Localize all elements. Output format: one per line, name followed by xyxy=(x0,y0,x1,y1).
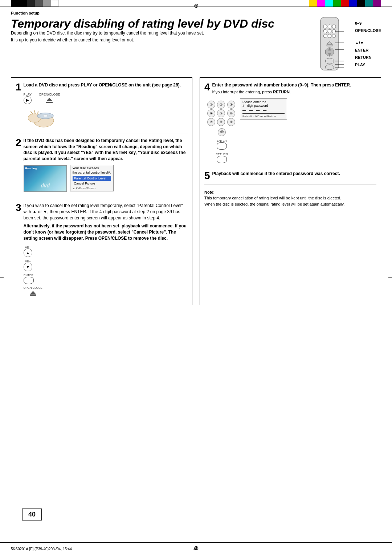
openclose-label: OPEN/CLOSE xyxy=(39,93,60,96)
note-section: Note: This temporary cancellation of rat… xyxy=(204,189,376,207)
tv-screen: Reading dvd xyxy=(24,165,67,192)
openclose-button-icon: OPEN/CLOSE xyxy=(39,93,60,104)
right-column: 4 Enter the password with number buttons… xyxy=(200,77,381,305)
step2-content: If the DVD disc has been designed to tem… xyxy=(24,138,188,195)
openclose-eject-icon xyxy=(45,96,53,104)
num-buttons-grid: ① ② ③ ④ ⑤ ⑥ ⑦ ⑧ ⑨ xyxy=(207,101,236,126)
color-block-black2 xyxy=(19,0,27,7)
num-btn-2: ② xyxy=(217,101,225,109)
color-block-yellow xyxy=(309,0,317,7)
ch-up-button: CH+ ▲ xyxy=(24,245,32,257)
remote-label-openclose: OPEN/CLOSE xyxy=(355,28,381,33)
remote-label-return: RETURN xyxy=(355,55,381,60)
menu-item2: Cancel Picture xyxy=(73,181,111,186)
step3: 3 If you wish to cancel the set rating l… xyxy=(16,203,188,297)
step5-number: 5 xyxy=(204,171,210,181)
color-block-lgray xyxy=(43,0,51,7)
title-section: Temporary disabling of rating level by D… xyxy=(11,17,381,73)
step1-content: Load a DVD disc and press PLAY or OPEN/C… xyxy=(24,82,181,130)
menu-item1: Parental Control Level xyxy=(73,176,111,181)
step3-text1: If you wish to cancel the set rating lev… xyxy=(24,203,188,221)
svg-point-29 xyxy=(43,115,48,117)
note-label: Note: xyxy=(204,190,215,194)
color-block-red xyxy=(341,0,349,7)
num-btn-4: ④ xyxy=(207,109,215,117)
color-block-purple xyxy=(373,0,381,7)
step4-return-oval xyxy=(217,156,227,163)
color-block-teal xyxy=(365,0,373,7)
svg-point-2 xyxy=(328,25,331,28)
step2-divider xyxy=(16,199,188,199)
step1-number: 1 xyxy=(16,82,21,92)
remote-label-play: PLAY xyxy=(355,62,381,67)
svg-point-9 xyxy=(332,34,336,38)
color-block-white xyxy=(51,0,59,7)
remote-labels: 0–9 OPEN/CLOSE ▲/▼ ENTER RETURN PLAY xyxy=(355,21,381,67)
remote-svg xyxy=(315,17,344,72)
footer-center: 40 xyxy=(193,546,198,551)
enter-oval-step3 xyxy=(24,277,34,284)
footer-right: 20/4/04, 15:44 xyxy=(49,547,72,551)
step4: 4 Enter the password with number buttons… xyxy=(204,82,376,163)
screen-menu-box: Your disc exceeds the parental control l… xyxy=(70,165,114,191)
step4-row: 4 Enter the password with number buttons… xyxy=(204,82,376,96)
step1-divider xyxy=(16,134,188,134)
color-block-green xyxy=(333,0,341,7)
color-block-blue xyxy=(349,0,357,7)
title-text: Temporary disabling of rating level by D… xyxy=(11,17,274,30)
tv-screen-label: Reading xyxy=(25,167,37,170)
step2-screen-image: Reading dvd Your disc exceeds the parent… xyxy=(24,165,188,192)
svg-line-25 xyxy=(31,112,33,114)
svg-rect-11 xyxy=(327,45,332,46)
top-line xyxy=(0,7,392,7)
remote-label-09: 0–9 xyxy=(355,21,381,25)
note-line2: When the disc is ejected, the original r… xyxy=(204,201,376,207)
color-block-gray xyxy=(35,0,43,7)
step3-content: If you wish to cancel the set rating lev… xyxy=(24,203,188,297)
num-btn-1: ① xyxy=(207,101,215,109)
ch-up-label: CH+ xyxy=(25,245,30,248)
svg-point-1 xyxy=(323,25,327,28)
step4-return-btn-label: RETURN xyxy=(216,153,228,156)
tv-screen-dvd: dvd xyxy=(41,183,50,189)
svg-point-3 xyxy=(332,25,336,28)
svg-point-4 xyxy=(323,29,327,33)
step2: 2 If the DVD disc has been designed to t… xyxy=(16,138,188,195)
page-number-box: 40 xyxy=(22,509,42,520)
note-line1: This temporary cancellation of rating le… xyxy=(204,195,376,201)
subtitle-line2: It is up to you to decide whether to can… xyxy=(11,37,315,43)
menu-subtitle: the parental control level#. xyxy=(73,171,111,174)
openclose-eject-step3 xyxy=(29,289,37,297)
step4-num-buttons: ① ② ③ ④ ⑤ ⑥ ⑦ ⑧ ⑨ ⓪ xyxy=(207,98,236,163)
password-line2: 4 - digit password xyxy=(242,104,285,108)
remote-label-updown: ▲/▼ xyxy=(355,41,381,45)
svg-point-8 xyxy=(328,34,331,38)
color-block-black3 xyxy=(357,0,365,7)
svg-line-26 xyxy=(34,111,35,114)
play-circle: ▶ xyxy=(24,96,32,104)
ch-up-circle: ▲ xyxy=(24,248,32,257)
main-steps-container: 1 Load a DVD disc and press PLAY or OPEN… xyxy=(11,77,381,305)
margin-mark-right xyxy=(388,278,392,278)
color-block-cyan xyxy=(325,0,333,7)
num-btn-6: ⑥ xyxy=(227,109,235,117)
svg-point-7 xyxy=(323,34,327,38)
ch-down-label: CH– xyxy=(25,259,31,263)
step4-divider xyxy=(204,167,376,167)
page-title: Temporary disabling of rating level by D… xyxy=(11,17,315,30)
step4-password-row: ① ② ③ ④ ⑤ ⑥ ⑦ ⑧ ⑨ ⓪ xyxy=(204,98,376,163)
step4-enter-label: ENTER xyxy=(217,139,226,142)
password-screen: Please enter the 4 - digit password — — … xyxy=(240,98,287,120)
step2-text: If the DVD disc has been designed to tem… xyxy=(24,138,188,162)
step5: 5 Playback will commence if the entered … xyxy=(204,171,376,181)
footer-left: 5KS0201A [E] (P39-40) xyxy=(11,547,49,551)
password-dashes: — — — — xyxy=(242,109,285,114)
function-setup-label: Function setup xyxy=(11,11,381,15)
svg-line-27 xyxy=(38,111,38,114)
step3-buttons: CH+ ▲ CH– ▼ ENTER OPEN/CLOSE xyxy=(24,245,188,297)
step4-text: Enter the password with number buttons (… xyxy=(212,82,351,88)
step5-row: 5 Playback will commence if the entered … xyxy=(204,171,376,181)
play-label: PLAY xyxy=(24,93,32,96)
svg-point-5 xyxy=(328,29,331,33)
color-block-black1 xyxy=(11,0,19,7)
